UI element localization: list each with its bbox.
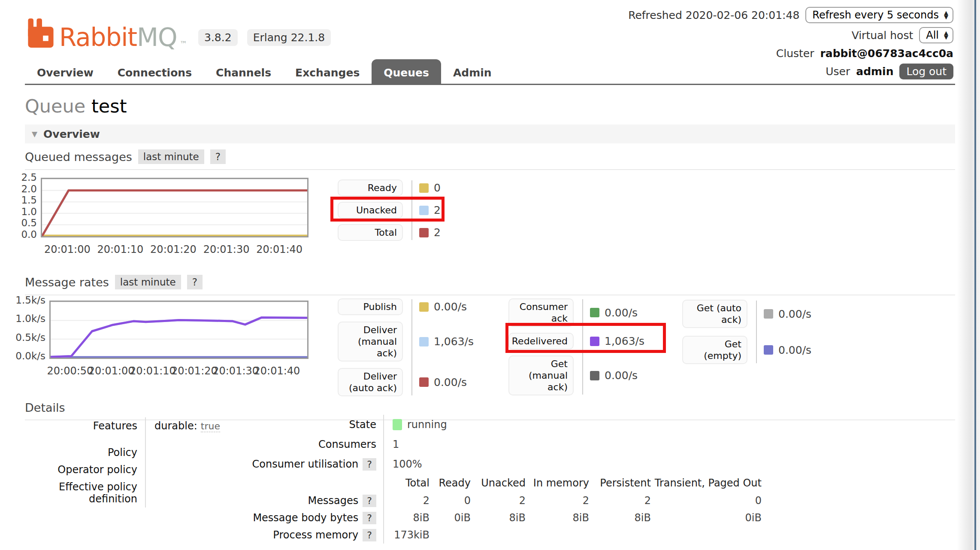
vhost-label: Virtual host bbox=[852, 29, 913, 42]
legend-row-consumer-ack: Consumer ack 0.00/s bbox=[508, 298, 644, 327]
tab-admin[interactable]: Admin bbox=[441, 61, 504, 84]
legend-row-deliver-auto: Deliver (auto ack) 0.00/s bbox=[338, 368, 474, 396]
state-label: State bbox=[186, 419, 383, 431]
legend-label-ready[interactable]: Ready bbox=[338, 179, 403, 196]
deliver-manual-value: 1,063/s bbox=[434, 335, 474, 348]
messages-row: Messages? 2 0 2 2 2 0 bbox=[186, 492, 762, 509]
select-arrows-icon: ▲▼ bbox=[944, 31, 948, 40]
get-empty-swatch bbox=[764, 345, 773, 355]
cluster-label: Cluster bbox=[776, 47, 814, 60]
legend-row-unacked: Unacked 2 bbox=[338, 202, 441, 219]
message-body-bytes-label: Message body bytes bbox=[253, 512, 358, 524]
get-auto-swatch bbox=[764, 309, 773, 319]
logo-text: RabbitMQ bbox=[59, 23, 177, 52]
tab-overview[interactable]: Overview bbox=[25, 61, 106, 84]
legend-label-total[interactable]: Total bbox=[338, 224, 403, 241]
rates-legend-col2: Consumer ack 0.00/s Redelivered 1,063/s … bbox=[508, 298, 644, 395]
ready-swatch bbox=[419, 183, 429, 193]
legend-row-get-manual: Get (manual ack) 0.00/s bbox=[508, 356, 644, 395]
queued-messages-heading: Queued messages last minute ? bbox=[25, 149, 955, 170]
operator-policy-label: Operator policy bbox=[25, 461, 145, 478]
consumers-value: 1 bbox=[383, 435, 399, 454]
legend-row-get-empty: Get (empty) 0.00/s bbox=[682, 336, 811, 364]
consumer-ack-swatch bbox=[590, 308, 599, 317]
help-icon[interactable]: ? bbox=[363, 458, 376, 471]
legend-label-publish[interactable]: Publish bbox=[338, 298, 403, 315]
message-rates-heading: Message rates last minute ? bbox=[25, 275, 955, 295]
messages-label: Messages bbox=[308, 495, 359, 507]
total-value: 2 bbox=[434, 226, 441, 239]
rabbitmq-icon bbox=[25, 17, 57, 52]
features-label: Features bbox=[25, 417, 145, 444]
select-arrows-icon: ▲▼ bbox=[944, 11, 948, 19]
erlang-version-badge: Erlang 22.1.8 bbox=[247, 29, 331, 46]
legend-label-get-auto[interactable]: Get (auto ack) bbox=[682, 300, 747, 328]
rabbitmq-version-badge: 3.8.2 bbox=[198, 29, 238, 46]
deliver-auto-swatch bbox=[419, 377, 429, 387]
help-icon[interactable]: ? bbox=[363, 495, 376, 507]
help-icon[interactable]: ? bbox=[210, 149, 226, 164]
utilisation-row: Consumer utilisation? 100% bbox=[186, 454, 762, 474]
legend-row-redelivered: Redelivered 1,063/s bbox=[508, 333, 644, 349]
chart-plot-area bbox=[41, 178, 309, 237]
process-memory-values: 173kiB bbox=[393, 529, 762, 541]
tab-connections[interactable]: Connections bbox=[106, 61, 204, 84]
logo-trademark: ™ bbox=[180, 40, 187, 52]
rabbitmq-logo[interactable]: RabbitMQ ™ bbox=[25, 17, 187, 52]
state-color-swatch bbox=[393, 419, 402, 430]
get-manual-swatch bbox=[590, 371, 599, 380]
legend-label-deliver-manual[interactable]: Deliver (manual ack) bbox=[338, 322, 403, 362]
redelivered-swatch bbox=[590, 337, 599, 346]
legend-row-get-auto: Get (auto ack) 0.00/s bbox=[682, 300, 811, 328]
legend-label-consumer-ack[interactable]: Consumer ack bbox=[508, 298, 574, 327]
help-icon[interactable]: ? bbox=[187, 275, 203, 289]
tab-exchanges[interactable]: Exchanges bbox=[283, 61, 372, 84]
deliver-manual-swatch bbox=[419, 337, 429, 346]
stats-column-headers: Total Ready Unacked In memory Persistent… bbox=[393, 477, 762, 489]
utilisation-value: 100% bbox=[383, 454, 422, 474]
tab-channels[interactable]: Channels bbox=[204, 61, 283, 84]
legend-label-unacked[interactable]: Unacked bbox=[338, 202, 403, 219]
state-value: running bbox=[407, 419, 447, 431]
deliver-auto-value: 0.00/s bbox=[434, 376, 467, 389]
legend-label-get-manual[interactable]: Get (manual ack) bbox=[508, 356, 574, 395]
stats-header-row: Total Ready Unacked In memory Persistent… bbox=[186, 474, 762, 492]
main-nav-tabs: Overview Connections Channels Exchanges … bbox=[25, 59, 955, 85]
redelivered-value: 1,063/s bbox=[605, 335, 644, 347]
rates-legend-col3: Get (auto ack) 0.00/s Get (empty) 0.00/s bbox=[682, 300, 811, 364]
legend-label-get-empty[interactable]: Get (empty) bbox=[682, 336, 747, 364]
window-edge-scrollbar[interactable] bbox=[957, 0, 980, 550]
legend-row-publish: Publish 0.00/s bbox=[338, 298, 474, 315]
unacked-swatch bbox=[419, 206, 429, 215]
get-auto-value: 0.00/s bbox=[778, 308, 811, 320]
process-memory-row: Process memory? 173kiB bbox=[186, 526, 762, 544]
publish-value: 0.00/s bbox=[434, 301, 467, 313]
legend-label-deliver-auto[interactable]: Deliver (auto ack) bbox=[338, 368, 403, 396]
chart-plot-area bbox=[49, 301, 309, 359]
time-range-badge[interactable]: last minute bbox=[115, 275, 181, 289]
legend-row-deliver-manual: Deliver (manual ack) 1,063/s bbox=[338, 322, 474, 362]
legend-label-redelivered[interactable]: Redelivered bbox=[508, 333, 574, 349]
overview-section-toggle[interactable]: ▼ Overview bbox=[25, 125, 955, 143]
get-manual-value: 0.00/s bbox=[605, 369, 638, 382]
refresh-interval-select[interactable]: Refresh every 5 seconds ▲▼ bbox=[805, 7, 953, 23]
vhost-select[interactable]: All ▲▼ bbox=[919, 27, 953, 43]
rates-legend-col1: Publish 0.00/s Deliver (manual ack) 1,06… bbox=[338, 298, 474, 396]
collapse-triangle-icon: ▼ bbox=[32, 130, 37, 138]
x-axis-labels: 20:00:5020:01:0020:01:1020:01:2020:01:30… bbox=[49, 362, 306, 376]
utilisation-label: Consumer utilisation? bbox=[186, 458, 383, 471]
time-range-badge[interactable]: last minute bbox=[138, 149, 204, 164]
process-memory-label: Process memory bbox=[273, 529, 358, 541]
help-icon[interactable]: ? bbox=[363, 529, 376, 541]
version-badges: 3.8.2 Erlang 22.1.8 bbox=[198, 29, 331, 46]
tab-queues[interactable]: Queues bbox=[372, 59, 441, 84]
queued-messages-legend: Ready 0 Unacked 2 Total 2 bbox=[338, 179, 441, 241]
publish-swatch bbox=[419, 302, 429, 312]
help-icon[interactable]: ? bbox=[363, 512, 376, 524]
x-axis-labels: 20:01:0020:01:1020:01:2020:01:3020:01:40 bbox=[41, 240, 306, 255]
cluster-name: rabbit@06783ac4cc0a bbox=[820, 47, 953, 60]
consumer-ack-value: 0.00/s bbox=[605, 307, 638, 319]
consumers-label: Consumers bbox=[186, 438, 383, 450]
total-swatch bbox=[419, 228, 429, 237]
legend-row-ready: Ready 0 bbox=[338, 179, 441, 196]
